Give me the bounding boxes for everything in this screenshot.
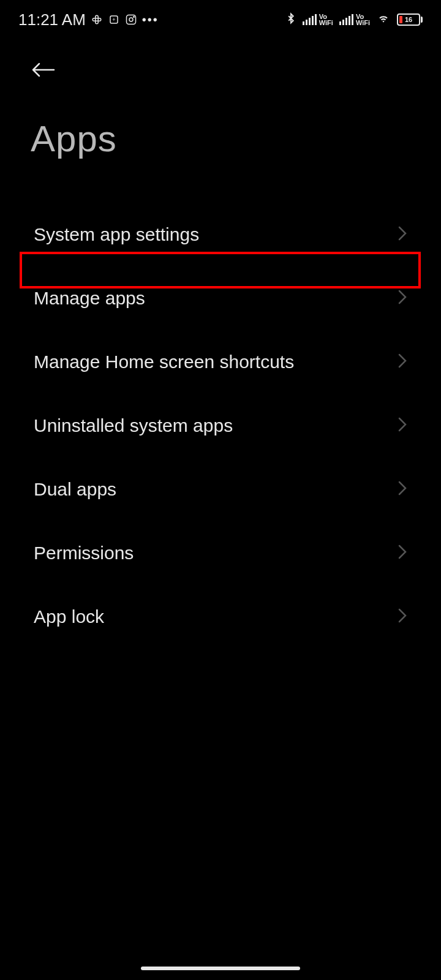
home-indicator[interactable] [141,967,300,970]
status-bar-right: Vo WiFi Vo WiFi 16 [285,12,423,28]
settings-list: System app settings Manage apps Manage H… [0,203,441,649]
battery-fill [399,16,402,23]
instagram-icon [125,13,137,26]
chevron-right-icon [398,289,407,307]
settings-item-label: Manage apps [34,288,145,309]
vowifi-bottom: WiFi [356,20,370,26]
sim2-signal: Vo WiFi [339,13,370,26]
signal-bars-icon [303,14,317,25]
chevron-right-icon [398,353,407,371]
chevron-right-icon [398,417,407,435]
svg-point-3 [129,18,133,21]
settings-item-label: Permissions [34,543,134,564]
settings-item-dual-apps[interactable]: Dual apps [0,458,441,521]
settings-item-label: App lock [34,606,104,627]
page-title: Apps [31,118,410,160]
settings-item-home-screen-shortcuts[interactable]: Manage Home screen shortcuts [0,330,441,394]
more-notifications-icon: ••• [142,13,159,27]
chevron-right-icon [398,480,407,499]
settings-item-label: Dual apps [34,479,116,500]
settings-item-app-lock[interactable]: App lock [0,585,441,649]
vowifi-label-2: Vo WiFi [356,13,370,26]
status-bar: 11:21 AM + ••• [0,0,441,37]
chevron-right-icon [398,608,407,626]
settings-item-permissions[interactable]: Permissions [0,521,441,585]
status-bar-left: 11:21 AM + ••• [18,10,159,29]
page-header: Apps [0,37,441,166]
battery-level: 16 [405,16,412,23]
settings-item-system-app-settings[interactable]: System app settings [0,203,441,266]
app-icon: + [108,13,120,26]
settings-item-label: System app settings [34,224,199,245]
slack-icon [91,13,103,26]
settings-item-label: Manage Home screen shortcuts [34,352,294,372]
settings-item-manage-apps[interactable]: Manage apps [0,266,441,330]
svg-point-4 [134,17,135,18]
sim1-signal: Vo WiFi [303,13,333,26]
chevron-right-icon [398,544,407,562]
battery-indicator: 16 [397,13,423,26]
status-time: 11:21 AM [18,10,86,29]
bluetooth-icon [285,12,296,28]
wifi-icon [376,12,391,27]
vowifi-bottom: WiFi [319,20,333,26]
settings-item-label: Uninstalled system apps [34,415,233,436]
settings-item-uninstalled-system-apps[interactable]: Uninstalled system apps [0,394,441,458]
svg-text:+: + [112,17,115,23]
back-button[interactable] [31,55,55,87]
signal-bars-icon [339,14,353,25]
chevron-right-icon [398,225,407,244]
vowifi-label-1: Vo WiFi [319,13,333,26]
